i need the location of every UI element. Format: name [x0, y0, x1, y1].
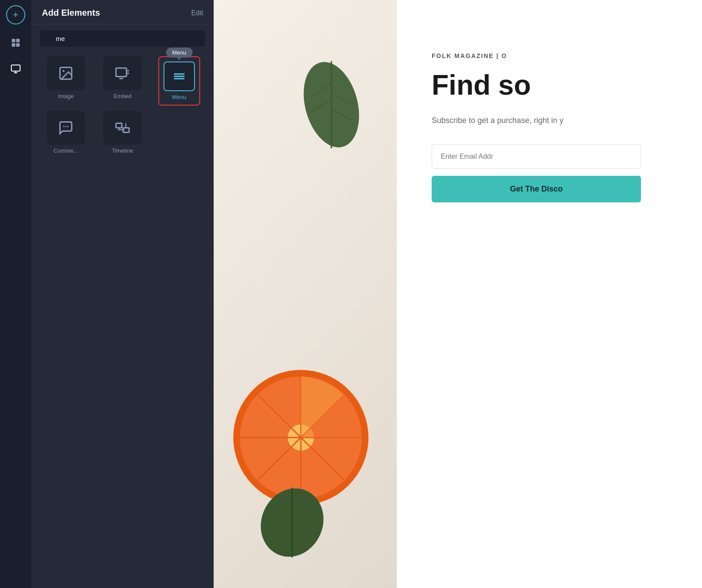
search-input[interactable]	[40, 31, 205, 47]
svg-rect-20	[116, 123, 122, 128]
embed-icon-box	[103, 56, 142, 90]
svg-rect-1	[12, 43, 15, 47]
svg-rect-3	[16, 43, 20, 47]
svg-point-17	[63, 126, 65, 127]
svg-point-18	[65, 126, 67, 127]
menu-label: Menu	[172, 94, 187, 100]
element-item-comments[interactable]: Comme...	[40, 111, 92, 154]
content-card: FOLK MAGAZINE | O Find so Subscribe to g…	[397, 0, 702, 588]
image-icon-box	[47, 56, 85, 90]
theme-icon	[10, 64, 21, 74]
element-item-timeline[interactable]: Timeline	[97, 111, 148, 154]
leaf-top	[292, 57, 371, 153]
left-panel: Add Elements Edit 🔍 Image	[31, 0, 214, 588]
comments-icon-box	[47, 111, 85, 145]
hero-description: Subscribe to get a purchase, right in y	[432, 114, 641, 127]
embed-icon	[115, 65, 130, 81]
svg-rect-4	[11, 65, 20, 71]
edit-button[interactable]: Edit	[191, 9, 203, 17]
add-element-button[interactable]: +	[6, 5, 25, 24]
image-icon	[58, 65, 74, 81]
pages-icon-btn[interactable]	[6, 35, 25, 51]
menu-tooltip: Menu	[166, 48, 193, 58]
panel-header: Add Elements Edit	[31, 0, 214, 24]
elements-grid: Image Embed Menu	[31, 53, 214, 157]
image-label: Image	[58, 93, 74, 99]
menu-highlight-container: Menu Menu	[158, 56, 200, 106]
leaf-bottom	[249, 483, 336, 562]
embed-label: Embed	[113, 93, 131, 99]
far-sidebar: +	[0, 0, 31, 588]
pages-icon	[10, 38, 21, 48]
search-wrapper: 🔍	[40, 31, 205, 47]
svg-rect-0	[12, 39, 15, 42]
svg-rect-9	[116, 68, 126, 77]
hero-title: Find so	[432, 70, 676, 100]
svg-point-8	[63, 70, 65, 72]
menu-icon-box	[164, 62, 195, 91]
comments-icon	[58, 120, 74, 136]
cta-button[interactable]: Get The Disco	[432, 176, 641, 202]
timeline-label: Timeline	[112, 147, 133, 154]
comments-label: Comme...	[54, 147, 78, 154]
plus-icon: +	[13, 9, 19, 21]
element-item-embed[interactable]: Embed	[97, 56, 148, 106]
panel-title: Add Elements	[42, 8, 100, 18]
main-content: FOLK MAGAZINE | O Find so Subscribe to g…	[214, 0, 702, 588]
element-item-image[interactable]: Image	[40, 56, 92, 106]
element-item-menu[interactable]: Menu Menu	[153, 56, 205, 106]
svg-rect-2	[16, 39, 20, 42]
timeline-icon	[115, 120, 130, 136]
folk-label: FOLK MAGAZINE | O	[432, 52, 676, 59]
svg-point-19	[67, 126, 68, 127]
theme-icon-btn[interactable]	[6, 61, 25, 77]
email-input[interactable]	[432, 144, 641, 169]
timeline-icon-box	[103, 111, 142, 145]
menu-icon	[172, 69, 186, 83]
